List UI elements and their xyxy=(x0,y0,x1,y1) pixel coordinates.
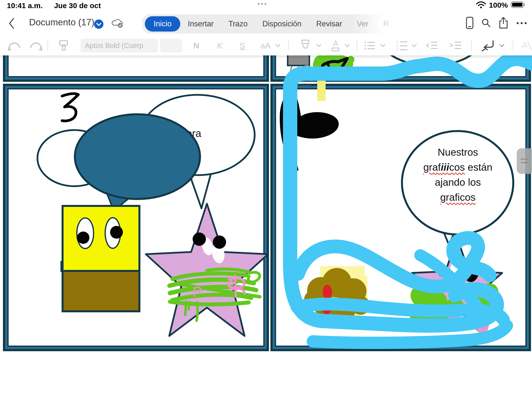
chevron-down-icon[interactable] xyxy=(380,36,385,55)
battery-icon xyxy=(511,1,526,9)
word-ipad-app: 10:41 a.m. Jue 30 de oct ••• 100% Docume… xyxy=(0,0,532,399)
clock: 10:41 a.m. xyxy=(7,1,43,10)
bullet-list-icon[interactable] xyxy=(364,36,376,55)
highlight-color-icon[interactable] xyxy=(300,36,311,55)
svg-text:2: 2 xyxy=(396,44,398,48)
more-ellipsis-icon[interactable] xyxy=(516,21,527,26)
bubble-line-3: ajando los xyxy=(409,175,507,190)
svg-text:A: A xyxy=(522,40,528,50)
document-canvas[interactable]: nera xyxy=(0,55,532,399)
tab-insertar[interactable]: Insertar xyxy=(180,19,221,28)
chevron-down-icon[interactable] xyxy=(412,36,417,55)
back-chevron-icon[interactable] xyxy=(8,18,15,30)
undo-icon[interactable] xyxy=(7,36,21,55)
divider xyxy=(357,40,357,51)
date: Jue 30 de oct xyxy=(54,1,101,10)
svg-text:A: A xyxy=(333,39,338,48)
document-title[interactable]: Documento (17) xyxy=(29,17,94,28)
bubble-line-4: graficos xyxy=(409,190,507,205)
bubble-line-2: grafiiicos están xyxy=(409,160,507,175)
tab-disposicion[interactable]: Disposición xyxy=(255,19,309,28)
svg-text:3: 3 xyxy=(396,48,398,51)
multitask-dots-icon: ••• xyxy=(258,0,267,7)
misspelled-word: grafiiicos xyxy=(423,162,465,173)
text-effects-icon[interactable]: A xyxy=(520,36,532,55)
chevron-down-icon[interactable] xyxy=(316,36,321,55)
divider xyxy=(288,40,289,51)
drawing-yellow-character[interactable] xyxy=(61,206,139,311)
divider xyxy=(48,40,48,51)
tab-revisar[interactable]: Revisar xyxy=(309,19,349,28)
indent-icon[interactable] xyxy=(449,36,462,55)
tab-ver[interactable]: Ver xyxy=(349,19,376,28)
panel-top-left xyxy=(4,55,268,81)
divider xyxy=(513,40,513,51)
search-icon[interactable] xyxy=(482,18,491,28)
tab-partial[interactable]: R xyxy=(376,19,389,28)
speech-bubble-text[interactable]: Nuestros grafiiicos están ajando los gra… xyxy=(409,145,507,205)
font-name-field[interactable]: Aptos Bold (Cuerp xyxy=(81,39,158,52)
format-painter-icon[interactable] xyxy=(58,36,69,55)
battery-percent: 100% xyxy=(489,1,508,9)
misspelled-word: graficos xyxy=(440,192,476,203)
mobile-view-icon[interactable] xyxy=(466,17,473,30)
redo-icon[interactable] xyxy=(30,36,43,55)
bubble-line-1: Nuestros xyxy=(409,145,507,160)
text-case-button[interactable]: aA xyxy=(258,36,273,55)
numbered-list-icon[interactable]: 123 xyxy=(396,36,408,55)
line-break-icon[interactable] xyxy=(481,36,495,55)
share-icon[interactable] xyxy=(499,17,508,30)
chevron-down-icon[interactable] xyxy=(275,36,280,55)
formatting-toolbar: Aptos Bold (Cuerp N K S aA A xyxy=(0,36,532,55)
font-color-button[interactable]: A xyxy=(330,36,341,55)
status-bar: 10:41 a.m. Jue 30 de oct ••• 100% xyxy=(0,0,532,10)
font-size-field[interactable] xyxy=(160,39,182,52)
title-dropdown-icon[interactable] xyxy=(94,19,104,30)
cloud-saved-icon[interactable] xyxy=(111,18,124,30)
title-bar: Documento (17) Inicio Insertar Trazo Dis… xyxy=(0,10,532,36)
ribbon-tab-strip: Inicio Insertar Trazo Disposición Revisa… xyxy=(142,14,385,33)
comic-drawing: nera xyxy=(0,55,532,399)
chevron-down-icon[interactable] xyxy=(345,36,350,55)
scroll-handle[interactable] xyxy=(517,148,532,174)
chevron-down-icon[interactable] xyxy=(499,36,504,55)
scribble-letter-p: P xyxy=(193,284,202,300)
bold-button[interactable]: N xyxy=(191,36,202,55)
wifi-icon xyxy=(476,1,486,9)
underline-button[interactable]: S xyxy=(237,36,248,55)
tab-trazo[interactable]: Trazo xyxy=(221,19,255,28)
tab-inicio[interactable]: Inicio xyxy=(145,16,180,32)
divider xyxy=(471,40,472,51)
outdent-icon[interactable] xyxy=(426,36,438,55)
svg-text:1: 1 xyxy=(396,40,398,44)
italic-button[interactable]: K xyxy=(214,36,225,55)
